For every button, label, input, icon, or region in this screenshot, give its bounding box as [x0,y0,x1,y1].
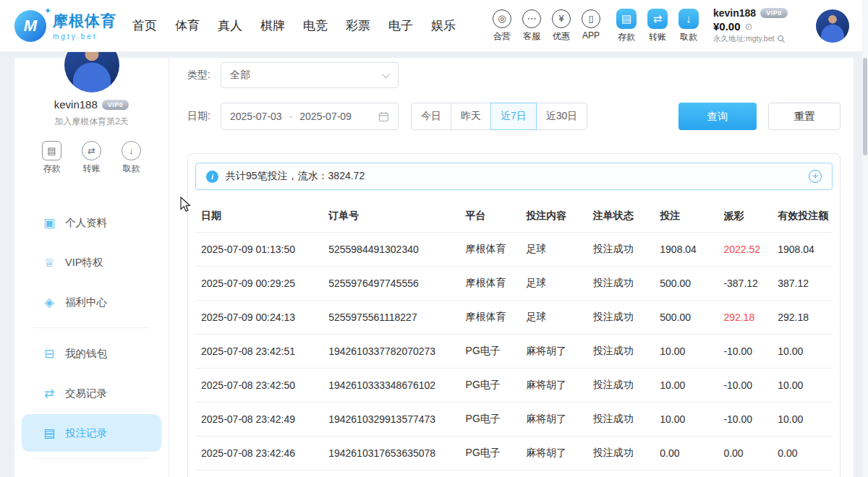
cell-content: 麻将胡了 [520,335,587,369]
date-range-buttons: 今日昨天近7日近30日 [411,103,587,130]
nav-item-3[interactable]: 棋牌 [260,17,285,34]
cell-status: 投注成功 [587,369,655,403]
sidebar-item-welfare[interactable]: ◈福利中心 [22,283,161,321]
cell-order: 1942610310204508672 [323,470,459,477]
sidebar-withdraw-button[interactable]: ↓取款 [122,141,141,175]
nav-quick-label: APP [582,30,600,40]
type-filter-row: 类型: 全部 [187,62,841,88]
nav-quick-service[interactable]: ⋯客服 [522,9,541,43]
top-navbar: M ✦ 摩根体育 mgty.bet 首页体育真人棋牌电竞彩票电子娱乐 ◎合营⋯客… [0,0,868,52]
sidebar-item-transactions[interactable]: ⇄交易记录 [22,374,161,412]
user-avatar[interactable] [816,9,849,43]
range-today-button[interactable]: 今日 [411,103,451,130]
sidebar-item-vip[interactable]: ♕VIP特权 [22,244,161,281]
nav-item-4[interactable]: 电竞 [303,17,328,34]
sidebar-wallet-label: 存款 [43,163,61,175]
cell-platform: PG电子 [460,335,521,369]
nav-item-2[interactable]: 真人 [218,17,242,34]
transfer-icon: ⇄ [647,9,668,29]
sidebar-item-wallet[interactable]: ⊟我的钱包 [22,335,161,372]
customer-service-icon: ⋯ [522,9,541,28]
cell-date: 2025-07-09 01:13:50 [195,233,323,267]
cell-status: 投注成功 [587,301,655,335]
sidebar-divider [33,327,150,328]
cell-payout: 0.00 [718,470,772,477]
user-balance-row: ¥0.00 ⊙ [713,20,806,33]
nav-quick-partner[interactable]: ◎合营 [493,9,511,43]
cell-content: 麻将胡了 [520,403,587,437]
table-row: 2025-07-09 00:29:255255976497745556摩根体育足… [195,267,833,301]
bets-table: 日期订单号平台投注内容注单状态投注派彩有效投注额 2025-07-09 01:1… [195,200,833,477]
nav-item-1[interactable]: 体育 [175,17,200,34]
sidebar-deposit-button[interactable]: ▤存款 [42,141,61,175]
range-last30-button[interactable]: 近30日 [536,103,588,130]
type-select[interactable]: 全部 [221,62,399,88]
date-range-input[interactable]: 2025-07-03 - 2025-07-09 [221,103,399,130]
cell-status: 投注成功 [587,233,655,267]
search-address-icon[interactable] [777,35,786,43]
main-nav: 首页体育真人棋牌电竞彩票电子娱乐 [132,17,456,34]
cell-bet: 1908.04 [654,233,718,267]
summary-text: 共计95笔投注，流水：3824.72 [226,170,365,183]
cell-payout: -10.00 [718,335,772,369]
nav-quick-promo[interactable]: ¥优惠 [552,9,571,43]
nav-item-5[interactable]: 彩票 [346,17,370,34]
cell-platform: 摩根体育 [460,267,521,301]
cell-status: 投注成功 [587,403,655,437]
chevron-down-icon [382,70,390,78]
cell-order: 1942610337782070273 [323,335,459,369]
sidebar-menu: ▣个人资料♕VIP特权◈福利中心⊟我的钱包⇄交易记录▤投注记录◫兑奖记录 [14,204,169,477]
sidebar-item-profile[interactable]: ▣个人资料 [22,204,161,241]
cell-date: 2025-07-09 00:24:13 [195,301,323,335]
nav-quick-label: 合营 [493,30,511,43]
nav-quick-app[interactable]: ▯APP [582,9,600,43]
user-name-row: kevin188 VIP0 [713,7,806,19]
sidebar-transfer-button[interactable]: ⇄转账 [82,141,101,175]
cell-payout: -10.00 [718,403,772,437]
nav-item-6[interactable]: 电子 [388,17,413,34]
cell-date: 2025-07-09 00:29:25 [195,267,323,301]
page-body: kevin188 VIP0 加入摩根体育第2天 ▤存款⇄转账↓取款 ▣个人资料♕… [14,58,854,477]
range-yesterday-button[interactable]: 昨天 [451,103,491,130]
cell-platform: PG电子 [460,437,521,470]
nav-withdraw-button[interactable]: ↓取款 [678,9,699,43]
scrollbar-thumb[interactable] [863,58,867,155]
expand-icon[interactable]: + [809,170,822,183]
cell-platform: PG电子 [460,470,521,477]
cell-bet: 500.00 [654,301,718,335]
nav-transfer-button[interactable]: ⇄转账 [647,9,668,43]
column-header: 注单状态 [587,200,655,233]
brand-logo[interactable]: M ✦ 摩根体育 mgty.bet [14,10,116,42]
transactions-icon: ⇄ [42,386,56,401]
wallet-icon: ⊟ [42,346,56,361]
calendar-icon [378,111,389,122]
cell-status: 投注成功 [587,335,655,369]
cell-order: 1942610329913577473 [323,403,459,437]
nav-quick-label: 客服 [523,30,540,43]
reset-button[interactable]: 重置 [768,103,841,130]
query-button[interactable]: 查询 [678,103,757,130]
sidebar-user-row: kevin188 VIP0 [54,98,129,111]
nav-deposit-button[interactable]: ▤存款 [616,9,637,43]
column-header: 日期 [195,200,323,233]
cell-platform: 摩根体育 [460,233,521,267]
date-filter-row: 日期: 2025-07-03 - 2025-07-09 今日昨天近7日近30日 … [187,103,841,130]
cell-platform: PG电子 [460,403,521,437]
cell-date: 2025-07-08 23:42:49 [195,403,323,437]
sidebar-item-bets[interactable]: ▤投注记录 [22,414,161,452]
sidebar-item-redeem[interactable]: ◫兑奖记录 [22,465,161,477]
username: kevin188 [713,7,756,19]
cell-order: 5255976497745556 [323,267,459,301]
refresh-balance-icon[interactable]: ⊙ [745,21,753,32]
table-header-row: 日期订单号平台投注内容注单状态投注派彩有效投注额 [195,200,833,233]
cell-platform: PG电子 [460,369,521,403]
range-last7-button[interactable]: 近7日 [490,103,537,130]
scrollbar-track[interactable] [862,0,868,477]
summary-bar: i 共计95笔投注，流水：3824.72 + [195,163,833,190]
sidebar-item-label: 福利中心 [65,296,107,309]
cell-date: 2025-07-08 23:42:44 [195,470,323,477]
cell-bet: 10.00 [654,335,718,369]
nav-item-0[interactable]: 首页 [132,17,157,34]
nav-item-7[interactable]: 娱乐 [431,17,456,34]
sparkle-icon: ✦ [44,6,51,16]
